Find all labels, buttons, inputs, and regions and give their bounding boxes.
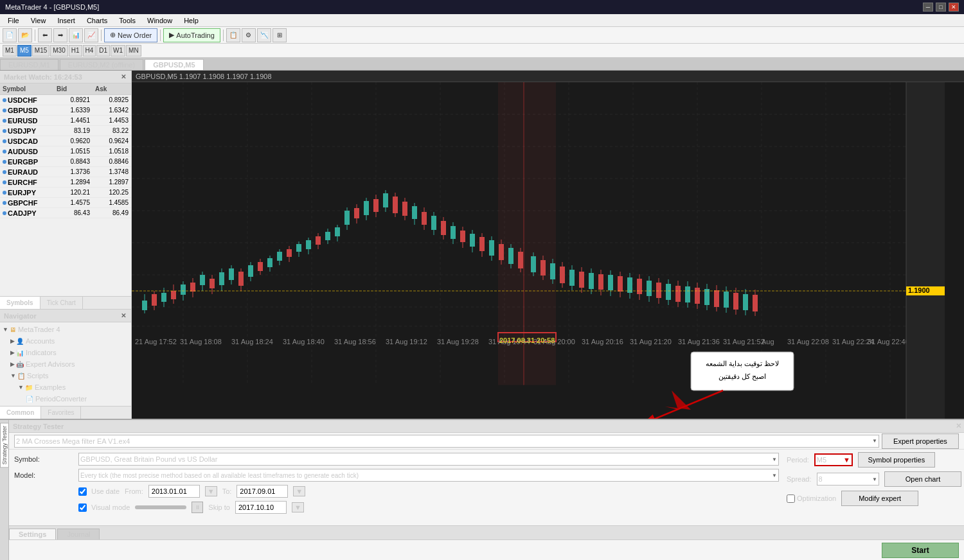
settings-tab[interactable]: Settings [9,529,56,539]
menu-window[interactable]: Window [142,15,177,26]
modify-expert-button[interactable]: Modify expert [841,491,918,506]
nav-scripts[interactable]: ▼ 📋 Scripts [0,370,131,381]
svg-rect-105 [531,256,536,272]
tf-m5[interactable]: M5 [17,45,31,57]
menu-help[interactable]: Help [179,15,204,26]
menu-tools[interactable]: Tools [114,15,141,26]
tf-h1[interactable]: H1 [69,45,82,57]
market-watch-row[interactable]: EURGBP 0.8843 0.8846 [0,157,131,167]
tf-m15[interactable]: M15 [32,45,49,57]
tf-w1[interactable]: W1 [111,45,125,57]
market-watch-close[interactable]: ✕ [120,73,127,80]
menu-charts[interactable]: Charts [82,15,112,26]
visual-speed-slider[interactable] [135,505,186,509]
zoom-out-button[interactable]: ➡ [53,28,67,42]
chart-area: GBPUSD,M5 1.1907 1.1908 1.1907 1.1908 [132,71,964,419]
indicators-nav-icon: 📊 [16,349,24,356]
nav-period-converter[interactable]: 📄 PeriodConverter [0,393,131,405]
visual-mode-checkbox[interactable] [78,503,87,512]
expert-button[interactable]: 📋 [226,28,240,42]
close-button[interactable]: ✕ [949,3,959,12]
chart-tab-gbpusd-m5[interactable]: GBPUSD,M5 [145,59,203,70]
chart-title-bar: GBPUSD,M5 1.1907 1.1908 1.1907 1.1908 [132,71,964,82]
optimization-checkbox[interactable] [787,494,795,503]
journal-tab[interactable]: Journal [57,529,100,539]
market-watch-row[interactable]: EURAUD 1.3736 1.3748 [0,167,131,177]
grid-button[interactable]: ⊞ [272,28,287,42]
new-chart-button[interactable]: 📄 [3,28,17,42]
svg-rect-68 [354,208,359,218]
tf-m30[interactable]: M30 [50,45,67,57]
date-picker-to[interactable]: ▼ [293,486,305,496]
nav-metatrader4[interactable]: ▼ 🖥 MetaTrader 4 [0,324,131,335]
svg-text:2017.08.31 20:58: 2017.08.31 20:58 [499,337,555,344]
menu-insert[interactable]: Insert [52,15,80,26]
svg-rect-183 [691,352,794,390]
chart-type-button[interactable]: 📊 [69,28,83,42]
market-watch-row[interactable]: USDJPY 83.19 83.22 [0,126,131,136]
nav-tab-favorites[interactable]: Favorites [41,407,81,419]
market-watch-row[interactable]: AUDUSD 1.0515 1.0518 [0,146,131,157]
pause-button[interactable]: ⏸ [192,502,203,513]
tf-h4[interactable]: H4 [83,45,96,57]
market-watch-row[interactable]: USDCAD 0.9620 0.9624 [0,136,131,146]
restore-button[interactable]: □ [936,3,946,12]
nav-accounts[interactable]: ▶ 👤 Accounts [0,335,131,347]
symbol-properties-button[interactable]: Symbol properties [858,452,935,468]
start-button[interactable]: Start [882,543,959,558]
zoom-in-button[interactable]: ⬅ [38,28,52,42]
use-date-checkbox[interactable] [78,487,87,496]
svg-rect-129 [647,281,652,296]
strategy-tester-close[interactable]: ✕ [956,422,961,430]
market-watch-row[interactable]: EURJPY 120.21 120.25 [0,188,131,198]
period-select-arrow[interactable]: ▼ [843,456,850,464]
minimize-button[interactable]: ─ [923,3,933,12]
strategy-tester-tab[interactable]: Strategy Tester [0,423,9,468]
chart-canvas[interactable]: 1.1925 1.1920 1.1915 1.1910 1.1905 1.190… [132,82,964,419]
market-watch-row[interactable]: GBPCHF 1.4575 1.4585 [0,198,131,208]
svg-rect-84 [431,216,436,230]
autotrading-button[interactable]: ▶ AutoTrading [163,28,220,42]
market-watch-row[interactable]: EURCHF 1.2894 1.2897 [0,177,131,188]
nav-tab-common[interactable]: Common [0,407,41,419]
nav-examples[interactable]: ▼ 📁 Examples [0,381,131,393]
market-watch-row[interactable]: EURUSD 1.4451 1.4453 [0,116,131,126]
ea-selector[interactable]: 2 MA Crosses Mega filter EA V1.ex4 ▼ [14,435,879,448]
indicators-button[interactable]: 📉 [257,28,271,42]
open-chart-button[interactable]: Open chart [884,471,961,487]
mw-tab-symbols[interactable]: Symbols [0,297,40,309]
menu-view[interactable]: View [26,15,51,26]
spread-select[interactable]: 8 ▼ [817,473,879,486]
buy-dot-icon [3,211,6,215]
tf-d1[interactable]: D1 [96,45,110,57]
expert-properties-button[interactable]: Expert properties [882,433,959,449]
tf-m1[interactable]: M1 [3,45,17,57]
svg-text:31 Aug 18:24: 31 Aug 18:24 [231,338,273,346]
to-date-input[interactable] [237,485,288,498]
open-button[interactable]: 📂 [18,28,32,42]
line-chart-button[interactable]: 📈 [84,28,98,42]
chart-tab-eurusd-m1[interactable]: EURUSD,M1 [0,59,58,70]
script-button[interactable]: ⚙ [242,28,256,42]
chart-tab-eurusd-m2[interactable]: EURUSD,M2 (offline) [60,59,143,70]
market-watch-row[interactable]: USDCHF 0.8921 0.8925 [0,95,131,105]
symbol-select[interactable]: GBPUSD, Great Britain Pound vs US Dollar… [78,453,779,466]
svg-text:31 Aug 20:16: 31 Aug 20:16 [582,338,623,346]
menu-file[interactable]: File [3,15,24,26]
mw-tab-tickchart[interactable]: Tick Chart [40,297,83,309]
from-date-input[interactable] [148,485,200,498]
new-order-button[interactable]: ⊕ New Order [104,28,157,42]
date-picker-from[interactable]: ▼ [205,486,217,496]
nav-indicators[interactable]: ▶ 📊 Indicators [0,347,131,358]
accounts-icon: 👤 [16,338,24,345]
model-select[interactable]: Every tick (the most precise method base… [78,469,779,482]
market-watch-row[interactable]: CADJPY 86.43 86.49 [0,208,131,218]
tf-mn[interactable]: MN [126,45,141,57]
skip-to-calendar[interactable]: ▼ [292,502,304,512]
market-watch-row[interactable]: GBPUSD 1.6339 1.6342 [0,105,131,116]
skip-to-input[interactable] [235,501,287,514]
period-select[interactable]: M5 ▼ [814,453,853,466]
nav-expert-advisors[interactable]: ▶ 🤖 Expert Advisors [0,358,131,370]
svg-rect-88 [451,226,456,239]
navigator-close[interactable]: ✕ [120,312,127,319]
